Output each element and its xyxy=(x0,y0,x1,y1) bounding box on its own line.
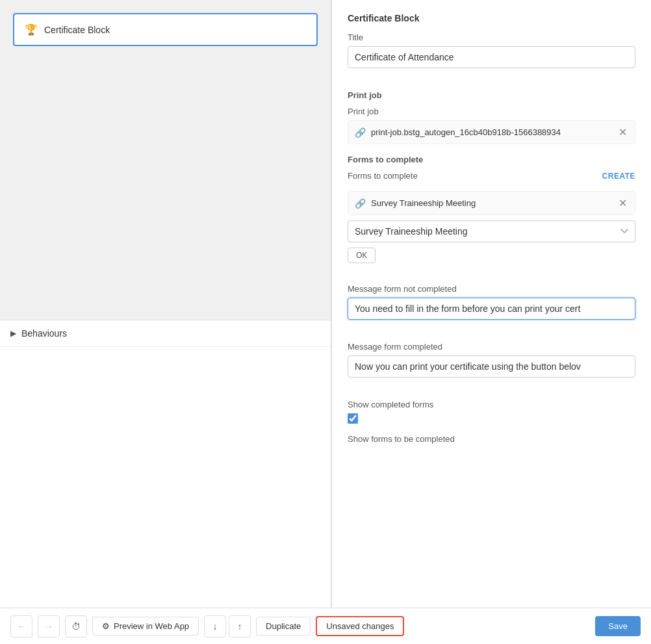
forward-button[interactable]: → xyxy=(38,615,60,638)
chevron-right-icon: ▶ xyxy=(10,329,16,338)
form-row: 🔗 Survey Traineeship Meeting ✕ xyxy=(348,191,635,215)
block-section-label: Certificate Block xyxy=(348,13,635,23)
show-to-complete-label: Show forms to be completed xyxy=(348,434,635,444)
certificate-block-widget[interactable]: 🏆 Certificate Block xyxy=(13,13,318,46)
message-completed-label: Message form completed xyxy=(348,342,635,352)
duplicate-button[interactable]: Duplicate xyxy=(256,617,311,636)
arrow-down-icon: ↓ xyxy=(213,621,218,632)
certificate-block-label: Certificate Block xyxy=(44,25,110,35)
print-job-row: 🔗 print-job.bstg_autogen_16cb40b918b-156… xyxy=(348,120,635,144)
print-job-heading: Print job xyxy=(348,90,635,100)
show-completed-checkbox[interactable] xyxy=(348,413,358,424)
preview-label: Preview in Web App xyxy=(114,621,189,631)
message-completed-section: Message form completed xyxy=(348,342,635,389)
arrow-up-icon: ↑ xyxy=(238,621,242,632)
forms-section: Forms to complete Forms to complete CREA… xyxy=(348,155,635,274)
behaviours-label: Behaviours xyxy=(21,328,67,339)
preview-button[interactable]: ⚙ Preview in Web App xyxy=(92,617,199,636)
form-dropdown[interactable]: Survey Traineeship Meeting Other Form 1 … xyxy=(348,220,635,242)
print-job-value: print-job.bstg_autogen_16cb40b918b-15663… xyxy=(371,127,612,137)
title-input[interactable] xyxy=(348,46,635,68)
title-label: Title xyxy=(348,32,635,42)
save-button[interactable]: Save xyxy=(595,616,641,636)
timer-icon: ⏱ xyxy=(71,621,81,632)
left-canvas-space xyxy=(0,59,331,320)
forms-header: Forms to complete CREATE xyxy=(348,171,635,181)
show-completed-row xyxy=(348,413,635,424)
unsaved-changes-button[interactable]: Unsaved changes xyxy=(316,616,404,636)
bottom-toolbar: ← → ⏱ ⚙ Preview in Web App ↓ ↑ Duplicate… xyxy=(0,608,651,644)
title-section: Title xyxy=(348,32,635,80)
form-item-label: Survey Traineeship Meeting xyxy=(371,198,612,208)
trophy-icon: 🏆 xyxy=(25,23,38,36)
show-completed-label: Show completed forms xyxy=(348,400,635,409)
form-link-icon: 🔗 xyxy=(355,198,366,209)
remove-print-job-button[interactable]: ✕ xyxy=(617,126,628,138)
gear-icon: ⚙ xyxy=(102,621,110,631)
left-bottom-space xyxy=(0,346,331,608)
create-form-button[interactable]: CREATE xyxy=(602,172,635,181)
message-completed-input[interactable] xyxy=(348,355,635,378)
forms-label: Forms to complete xyxy=(348,171,418,181)
move-up-button[interactable]: ↑ xyxy=(229,615,251,638)
show-to-complete-section: Show forms to be completed xyxy=(348,434,635,444)
show-completed-section: Show completed forms xyxy=(348,400,635,424)
ok-button[interactable]: OK xyxy=(348,248,376,263)
link-icon: 🔗 xyxy=(355,127,366,138)
timer-button[interactable]: ⏱ xyxy=(65,615,87,638)
left-panel: 🏆 Certificate Block ▶ Behaviours xyxy=(0,0,331,608)
forms-section-heading: Forms to complete xyxy=(348,155,635,164)
move-buttons: ↓ ↑ xyxy=(204,615,251,638)
behaviours-section[interactable]: ▶ Behaviours xyxy=(0,320,331,346)
back-icon: ← xyxy=(17,621,26,632)
move-down-button[interactable]: ↓ xyxy=(204,615,226,638)
back-button[interactable]: ← xyxy=(10,615,32,638)
forward-icon: → xyxy=(44,621,53,632)
message-not-completed-input[interactable] xyxy=(348,298,635,320)
message-not-completed-section: Message form not completed xyxy=(348,284,635,331)
print-job-label: Print job xyxy=(348,107,635,116)
print-job-section: Print job Print job 🔗 print-job.bstg_aut… xyxy=(348,90,635,144)
remove-form-button[interactable]: ✕ xyxy=(617,197,628,209)
message-not-completed-label: Message form not completed xyxy=(348,284,635,294)
right-panel: Certificate Block Title Print job Print … xyxy=(331,0,651,608)
